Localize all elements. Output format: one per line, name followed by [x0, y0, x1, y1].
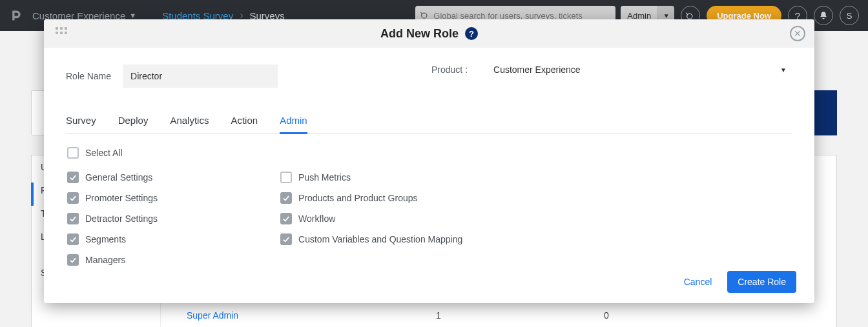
permission-tabs: Survey Deploy Analytics Action Admin [66, 108, 792, 134]
app-logo-icon [9, 8, 23, 23]
modal-footer: Cancel Create Role [684, 271, 796, 293]
select-all-checkbox[interactable] [67, 147, 79, 159]
user-avatar[interactable]: S [840, 6, 859, 25]
product-row: Product : Customer Experience ▼ [431, 64, 793, 75]
permission-label: General Settings [85, 172, 152, 183]
modal-help-icon[interactable]: ? [465, 27, 478, 40]
chevron-down-icon: ▼ [129, 12, 136, 19]
add-role-modal: Add New Role ? ✕ Role Name Product : Cus… [44, 19, 814, 303]
permissions-col-1: General SettingsPromoter SettingsDetract… [67, 172, 158, 266]
modal-header: Add New Role ? ✕ [44, 19, 814, 48]
product-select-value: Customer Experience [493, 64, 581, 75]
permission-label: Segments [85, 234, 126, 244]
permission-item: Promoter Settings [67, 192, 158, 204]
permission-checkbox[interactable] [280, 192, 292, 204]
bg-cell: 0 [522, 310, 690, 321]
product-label: Product : [431, 64, 468, 75]
permission-label: Products and Product Groups [298, 193, 417, 203]
role-name-label: Role Name [66, 71, 111, 81]
permission-label: Custom Variables and Question Mapping [298, 234, 462, 244]
tab-action[interactable]: Action [231, 108, 258, 134]
tab-survey[interactable]: Survey [66, 108, 96, 134]
permission-item: Custom Variables and Question Mapping [280, 233, 462, 245]
permission-item: Segments [67, 233, 158, 245]
permission-checkbox[interactable] [67, 172, 79, 183]
permission-item: General Settings [67, 172, 158, 183]
permission-item: Push Metrics [280, 172, 462, 183]
bg-cell: 1 [355, 310, 522, 321]
permission-label: Workflow [298, 213, 335, 224]
permission-item: Products and Product Groups [280, 192, 462, 204]
modal-title: Add New Role [380, 27, 459, 41]
permission-item: Workflow [280, 213, 462, 224]
permission-checkbox[interactable] [280, 213, 292, 224]
permission-checkbox[interactable] [67, 254, 79, 266]
permission-label: Push Metrics [298, 172, 351, 183]
permissions-col-2: Push MetricsProducts and Product GroupsW… [280, 172, 462, 266]
tab-analytics[interactable]: Analytics [170, 108, 209, 134]
tab-admin[interactable]: Admin [280, 108, 307, 134]
drag-handle-icon[interactable] [56, 27, 67, 34]
permission-label: Detractor Settings [85, 213, 158, 224]
role-name-input[interactable] [123, 64, 278, 88]
permissions-grid: General SettingsPromoter SettingsDetract… [67, 172, 792, 266]
permission-label: Managers [85, 255, 125, 265]
select-all-label: Select All [85, 148, 123, 158]
permission-checkbox[interactable] [280, 172, 292, 183]
modal-body: Role Name Product : Customer Experience … [44, 48, 814, 303]
cancel-button[interactable]: Cancel [684, 277, 712, 287]
permission-label: Promoter Settings [85, 193, 158, 203]
bg-side-active-indicator [31, 183, 34, 206]
bg-role-link[interactable]: Super Admin [187, 310, 355, 321]
permission-checkbox[interactable] [67, 233, 79, 245]
notifications-button[interactable] [814, 6, 833, 25]
permission-checkbox[interactable] [67, 213, 79, 224]
select-all-row: Select All [67, 147, 792, 159]
tab-deploy[interactable]: Deploy [118, 108, 149, 134]
chevron-down-icon: ▼ [780, 66, 787, 74]
bg-table-row: Super Admin 1 0 [187, 310, 823, 321]
permission-item: Detractor Settings [67, 213, 158, 224]
create-role-button[interactable]: Create Role [727, 271, 796, 293]
permission-checkbox[interactable] [67, 192, 79, 204]
product-select[interactable]: Customer Experience ▼ [493, 64, 793, 75]
permission-item: Managers [67, 254, 158, 266]
permission-checkbox[interactable] [280, 233, 292, 245]
close-icon[interactable]: ✕ [790, 26, 805, 41]
